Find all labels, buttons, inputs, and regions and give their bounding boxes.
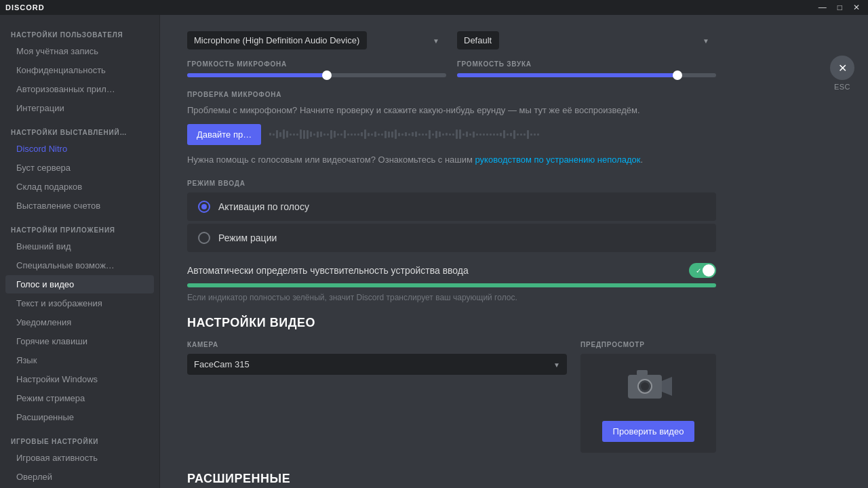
sensitivity-bar — [187, 283, 716, 287]
app-logo: DISCORD — [5, 3, 45, 12]
content-area: Microphone (High Definition Audio Device… — [160, 15, 868, 488]
output-device-wrapper: Default — [457, 31, 716, 49]
sound-volume-track[interactable] — [457, 73, 716, 77]
volume-sliders-row — [187, 70, 716, 77]
esc-label: ESC — [834, 83, 850, 91]
svg-marker-4 — [662, 377, 672, 396]
output-device-select[interactable]: Default — [457, 31, 499, 49]
main-layout: НАСТРОЙКИ ПОЛЬЗОВАТЕЛЯ Моя учётная запис… — [0, 15, 868, 488]
sensitivity-row: Автоматически определять чувствительност… — [187, 263, 716, 278]
mic-volume-slider-container — [187, 70, 446, 77]
mic-volume-label: ГРОМКОСТЬ МИКРОФОНА — [187, 60, 446, 68]
auto-sensitivity-label: Автоматически определять чувствительност… — [187, 265, 469, 276]
sound-volume-slider-container — [457, 70, 716, 77]
maximize-button[interactable]: □ — [835, 3, 845, 12]
mic-device-wrapper: Microphone (High Definition Audio Device… — [187, 31, 446, 49]
sidebar-item-nitro[interactable]: Discord Nitro — [5, 140, 154, 158]
titlebar: DISCORD — □ ✕ — [0, 0, 868, 15]
sidebar: НАСТРОЙКИ ПОЛЬЗОВАТЕЛЯ Моя учётная запис… — [0, 15, 160, 488]
camera-device-select[interactable]: FaceCam 315 — [187, 354, 567, 375]
auto-sensitivity-toggle[interactable]: ✓ — [689, 263, 716, 278]
sidebar-item-advanced[interactable]: Расширенные — [5, 408, 154, 426]
device-row: Microphone (High Definition Audio Device… — [187, 31, 716, 49]
volume-labels-row: ГРОМКОСТЬ МИКРОФОНА ГРОМКОСТЬ ЗВУКА — [187, 60, 716, 68]
svg-rect-3 — [637, 370, 648, 375]
sidebar-item-gifts[interactable]: Склад подарков — [5, 178, 154, 196]
toggle-check-icon: ✓ — [696, 267, 701, 274]
sidebar-item-account[interactable]: Моя учётная запись — [5, 42, 154, 60]
mic-waveform — [269, 127, 716, 141]
sidebar-item-game-activity[interactable]: Игровая активность — [5, 449, 154, 467]
mic-device-select[interactable]: Microphone (High Definition Audio Device… — [187, 31, 367, 49]
walkie-talkie-label: Режим рации — [218, 232, 277, 243]
mic-check-section-label: ПРОВЕРКА МИКРОФОНА — [187, 91, 716, 98]
sound-volume-fill — [457, 73, 677, 77]
sidebar-item-voice-video[interactable]: Голос и видео — [5, 275, 154, 293]
sound-volume-label: ГРОМКОСТЬ ЗВУКА — [457, 60, 716, 68]
sidebar-section-billing: НАСТРОЙКИ ВЫСТАВЛЕНИЙ… — [0, 118, 159, 139]
sidebar-item-billing[interactable]: Выставление счетов — [5, 197, 154, 215]
voice-activation-radio[interactable] — [198, 201, 210, 213]
camera-col-label: КАМЕРА — [187, 341, 567, 348]
sidebar-item-windows[interactable]: Настройки Windows — [5, 370, 154, 388]
mic-check-description: Проблемы с микрофоном? Начните проверку … — [187, 104, 716, 117]
video-row: КАМЕРА FaceCam 315 ПРЕДПРОСМОТР — [187, 341, 716, 453]
help-text-pre: Нужна помощь с голосовым или видеочатом?… — [187, 155, 475, 165]
content-inner: Microphone (High Definition Audio Device… — [160, 15, 743, 488]
sidebar-item-hotkeys[interactable]: Горячие клавиши — [5, 332, 154, 350]
close-button[interactable]: ✕ — [850, 3, 863, 12]
sidebar-item-authorized[interactable]: Авторизованных прил… — [5, 80, 154, 98]
sound-volume-thumb[interactable] — [673, 70, 682, 80]
preview-box: Проверить видео — [580, 354, 716, 453]
sidebar-item-language[interactable]: Язык — [5, 351, 154, 369]
svg-point-2 — [641, 382, 649, 390]
mic-volume-thumb[interactable] — [322, 70, 332, 80]
preview-column: ПРЕДПРОСМОТР Проверить — [580, 341, 716, 453]
esc-container[interactable]: ✕ ESC — [830, 56, 854, 91]
camera-svg-icon — [625, 365, 672, 405]
voice-activation-label: Активация по голосу — [218, 201, 309, 212]
help-text: Нужна помощь с голосовым или видеочатом?… — [187, 153, 716, 167]
esc-button[interactable]: ✕ — [830, 56, 854, 80]
help-link[interactable]: руководством по устранению неполадок — [475, 155, 641, 165]
voice-activation-option[interactable]: Активация по голосу — [187, 192, 716, 221]
camera-illustration — [625, 365, 672, 413]
sidebar-item-accessibility[interactable]: Специальные возмож… — [5, 256, 154, 274]
walkie-talkie-option[interactable]: Режим рации — [187, 224, 716, 252]
sidebar-item-server-boost[interactable]: Буст сервера — [5, 159, 154, 177]
advanced-section-label: РАСШИРЕННЫЕ — [187, 472, 716, 486]
sidebar-section-app: НАСТРОЙКИ ПРИЛОЖЕНИЯ — [0, 216, 159, 237]
video-section-label: НАСТРОЙКИ ВИДЕО — [187, 316, 716, 330]
mic-check-row: Давайте пр… — [187, 124, 716, 145]
sidebar-item-overlay[interactable]: Оверлей — [5, 468, 154, 486]
sidebar-item-integrations[interactable]: Интеграции — [5, 99, 154, 117]
window-controls[interactable]: — □ ✕ — [816, 3, 863, 12]
sensitivity-hint: Если индикатор полностью зелёный, значит… — [187, 293, 716, 302]
preview-col-label: ПРЕДПРОСМОТР — [580, 341, 716, 348]
input-mode-label: РЕЖИМ ВВОДА — [187, 180, 716, 187]
walkie-talkie-radio[interactable] — [198, 232, 210, 244]
camera-select-wrapper: FaceCam 315 — [187, 354, 567, 375]
camera-column: КАМЕРА FaceCam 315 — [187, 341, 567, 453]
minimize-button[interactable]: — — [816, 3, 829, 12]
sidebar-section-user: НАСТРОЙКИ ПОЛЬЗОВАТЕЛЯ — [0, 20, 159, 41]
sidebar-section-game: ИГРОВЫЕ НАСТРОЙКИ — [0, 427, 159, 448]
sidebar-item-text-images[interactable]: Текст и изображения — [5, 294, 154, 312]
sidebar-item-notifications[interactable]: Уведомления — [5, 313, 154, 331]
mic-volume-track[interactable] — [187, 73, 446, 77]
mic-volume-fill — [187, 73, 327, 77]
mic-check-button[interactable]: Давайте пр… — [187, 124, 261, 145]
test-video-button[interactable]: Проверить видео — [602, 421, 695, 442]
sidebar-item-privacy[interactable]: Конфиденциальность — [5, 61, 154, 79]
sidebar-item-streamer[interactable]: Режим стримера — [5, 389, 154, 407]
sidebar-item-appearance[interactable]: Внешний вид — [5, 237, 154, 256]
help-text-post: . — [641, 155, 644, 165]
